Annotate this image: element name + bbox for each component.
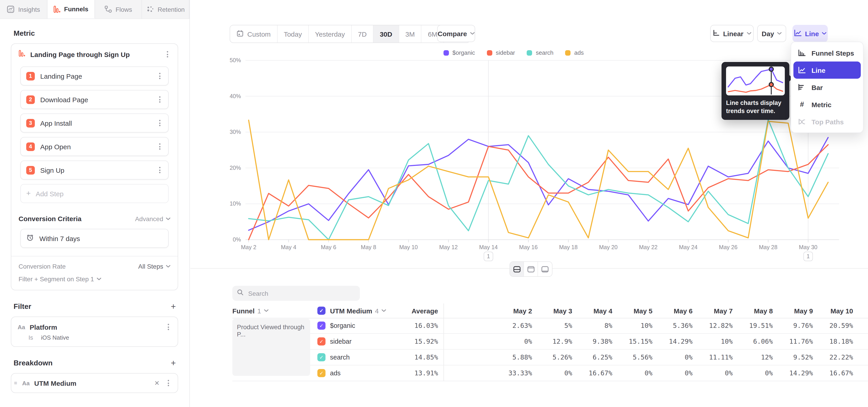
preset-3m[interactable]: 3M bbox=[399, 25, 422, 42]
table-only-view-button[interactable] bbox=[538, 262, 552, 276]
split-view-icon bbox=[513, 266, 521, 273]
step-kebab-icon[interactable] bbox=[155, 118, 164, 128]
funnel-step-1[interactable]: 1 Landing Page bbox=[20, 66, 168, 86]
average-value: 16.03% bbox=[368, 318, 438, 333]
add-filter-button[interactable]: + bbox=[171, 304, 176, 310]
svg-text:May 26: May 26 bbox=[719, 244, 738, 250]
filter-rule-card[interactable]: Aa Platform Is iOS Native bbox=[11, 317, 178, 347]
series-name: search bbox=[330, 350, 350, 365]
cell-value: 18.18% bbox=[799, 334, 853, 349]
advanced-toggle[interactable]: Advanced bbox=[135, 215, 170, 222]
step-kebab-icon[interactable] bbox=[155, 95, 164, 104]
funnel-menu-kebab-icon[interactable] bbox=[162, 49, 172, 59]
table-row-search[interactable]: ✓ search 14.85%5.88%5.26%6.25%5.56%0%11.… bbox=[232, 350, 868, 366]
compare-button[interactable]: Compare bbox=[437, 25, 475, 42]
funnel-metric-card: Landing Page through Sign Up 1 Landing P… bbox=[11, 43, 178, 290]
linear-scale-icon bbox=[713, 29, 720, 38]
average-value: 13.91% bbox=[368, 366, 438, 381]
menu-item-line[interactable]: Line bbox=[794, 62, 861, 79]
funnel-metric-header[interactable]: Landing Page through Sign Up bbox=[11, 44, 178, 65]
step-kebab-icon[interactable] bbox=[155, 165, 164, 175]
table-row-organic[interactable]: ✓ $organic 16.03%2.63%5%8%10%5.36%12.82%… bbox=[232, 318, 868, 334]
calendar-icon bbox=[237, 30, 244, 38]
tab-flows[interactable]: Flows bbox=[95, 0, 142, 19]
conversion-window-button[interactable]: Within 7 days bbox=[20, 229, 168, 248]
funnels-icon bbox=[53, 5, 61, 13]
preset-30d[interactable]: 30D bbox=[373, 25, 399, 42]
breakdown-property: UTM Medium bbox=[34, 379, 151, 387]
svg-text:May 24: May 24 bbox=[679, 244, 698, 250]
menu-item-funnel-steps[interactable]: Funnel Steps bbox=[791, 44, 863, 62]
cell-value: 22.22% bbox=[799, 350, 853, 365]
row-checkbox[interactable]: ✓ bbox=[317, 353, 326, 361]
chevron-down-icon bbox=[470, 32, 475, 35]
granularity-selector-button[interactable]: Day bbox=[757, 25, 786, 42]
breakdown-rule-card[interactable]: ≡ Aa UTM Medium ✕ bbox=[11, 373, 178, 393]
search-icon bbox=[237, 289, 244, 298]
tab-insights[interactable]: Insights bbox=[0, 0, 48, 19]
filter-operator[interactable]: Is bbox=[29, 334, 33, 341]
chart-only-view-button[interactable] bbox=[524, 262, 538, 276]
svg-text:10%: 10% bbox=[230, 200, 241, 207]
tab-funnels[interactable]: Funnels bbox=[48, 0, 95, 19]
filter-segment-toggle[interactable]: Filter + Segment on Step 1 bbox=[11, 270, 178, 290]
funnel-name-cell[interactable]: Product Viewed through P... bbox=[232, 319, 310, 376]
tab-retention[interactable]: Retention bbox=[142, 0, 190, 19]
filter-kebab-icon[interactable] bbox=[163, 322, 173, 332]
table-row-ads[interactable]: ✓ ads 13.91%33.33%0%16.67%0%0%0%0%14.29%… bbox=[232, 366, 868, 381]
row-checkbox[interactable]: ✓ bbox=[317, 321, 326, 330]
remove-breakdown-icon[interactable]: ✕ bbox=[154, 379, 160, 387]
row-checkbox[interactable]: ✓ bbox=[317, 369, 326, 377]
series-name: sidebar bbox=[330, 334, 351, 349]
svg-text:1: 1 bbox=[807, 253, 810, 259]
chart-type-menu: Funnel StepsLineBar#MetricTop Paths bbox=[791, 41, 864, 133]
annotation-badge[interactable]: 1 bbox=[484, 252, 493, 261]
step-number-badge: 1 bbox=[26, 72, 35, 80]
annotation-badge[interactable]: 1 bbox=[804, 252, 813, 261]
table-search[interactable] bbox=[232, 286, 360, 301]
menu-item-bar[interactable]: Bar bbox=[791, 79, 863, 96]
funnel-step-3[interactable]: 3 App Install bbox=[20, 114, 168, 132]
svg-text:May 16: May 16 bbox=[519, 244, 538, 250]
preset-yesterday[interactable]: Yesterday bbox=[309, 25, 351, 42]
report-tab-bar: InsightsFunnelsFlowsRetention bbox=[0, 0, 189, 19]
add-step-button[interactable]: +Add Step bbox=[20, 184, 168, 203]
funnel-step-5[interactable]: 5 Sign Up bbox=[20, 160, 168, 180]
preset-today[interactable]: Today bbox=[277, 25, 309, 42]
add-breakdown-button[interactable]: + bbox=[171, 360, 176, 366]
funnel-metric-title: Landing Page through Sign Up bbox=[30, 51, 162, 58]
table-row-sidebar[interactable]: ✓ sidebar 15.92%0%12.9%9.38%15.15%14.29%… bbox=[232, 334, 868, 350]
preset-custom[interactable]: Custom bbox=[230, 25, 277, 42]
row-checkbox[interactable]: ✓ bbox=[317, 337, 326, 345]
average-column-header[interactable]: Average bbox=[368, 304, 438, 318]
svg-text:20%: 20% bbox=[230, 165, 241, 171]
preset-7d[interactable]: 7D bbox=[352, 25, 373, 42]
svg-text:40%: 40% bbox=[230, 93, 241, 99]
svg-text:May 30: May 30 bbox=[799, 244, 817, 250]
select-all-checkbox[interactable]: ✓ bbox=[317, 307, 326, 315]
step-number-badge: 5 bbox=[26, 166, 35, 174]
average-value: 15.92% bbox=[368, 334, 438, 349]
step-kebab-icon[interactable] bbox=[155, 71, 164, 81]
step-number-badge: 4 bbox=[26, 142, 35, 151]
breakdown-kebab-icon[interactable] bbox=[163, 378, 173, 388]
funnel-step-2[interactable]: 2 Download Page bbox=[20, 90, 168, 109]
filter-value[interactable]: iOS Native bbox=[41, 334, 69, 341]
scale-selector-button[interactable]: Linear bbox=[710, 25, 754, 42]
search-input[interactable] bbox=[247, 289, 348, 298]
drag-handle-icon[interactable]: ≡ bbox=[14, 380, 20, 386]
menu-item-metric[interactable]: #Metric bbox=[791, 96, 863, 113]
metric-icon: # bbox=[798, 101, 807, 108]
funnel-step-4[interactable]: 4 App Open bbox=[20, 137, 168, 156]
chart-type-selector-button[interactable]: Line bbox=[793, 25, 828, 42]
date-column-header[interactable]: May 10 bbox=[799, 304, 853, 318]
all-steps-selector[interactable]: All Steps bbox=[138, 263, 170, 270]
step-kebab-icon[interactable] bbox=[155, 142, 164, 152]
funnel-column-header[interactable]: Funnel 1 bbox=[232, 304, 268, 318]
funnel-steps-list: 1 Landing Page 2 Download Page 3 App Ins… bbox=[11, 65, 178, 203]
table-body: ✓ $organic 16.03%2.63%5%8%10%5.36%12.82%… bbox=[232, 318, 868, 381]
step-number-badge: 3 bbox=[26, 119, 35, 127]
chevron-down-icon bbox=[747, 32, 751, 35]
split-view-button[interactable] bbox=[510, 262, 524, 276]
chevron-down-icon bbox=[777, 32, 782, 35]
